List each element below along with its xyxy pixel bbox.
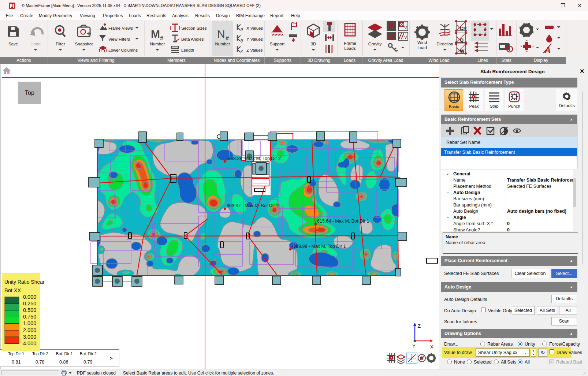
svg-text:V: V <box>404 26 407 30</box>
svg-text:Frame: Frame <box>344 41 356 45</box>
svg-text:W: W <box>460 48 465 54</box>
svg-text:CP: CP <box>460 26 466 31</box>
svg-text:X: X <box>430 344 433 350</box>
svg-text:3.000: 3.000 <box>23 334 36 340</box>
svg-text:i: i <box>509 47 510 52</box>
svg-text:Load: Load <box>417 45 427 50</box>
svg-text:0.250: 0.250 <box>23 301 36 306</box>
svg-text:Length: Length <box>181 48 194 52</box>
svg-text:4.000: 4.000 <box>23 340 36 346</box>
svg-text:Direction: Direction <box>436 42 453 46</box>
svg-text:Beta Angles: Beta Angles <box>181 37 204 41</box>
svg-text:M: M <box>151 28 160 40</box>
svg-text:615.64 - Max M, Bot Dir 1: 615.64 - Max M, Bot Dir 1 <box>317 219 369 224</box>
svg-text:-388.38 - Max M, Top Dir 2: -388.38 - Max M, Top Dir 2 <box>227 156 281 161</box>
svg-text:X Values: X Values <box>246 26 263 30</box>
svg-text:0.000: 0.000 <box>23 294 36 300</box>
svg-text:603.37 - Max M, Bot Dir 2: 603.37 - Max M, Bot Dir 2 <box>227 203 279 208</box>
svg-text:Wind: Wind <box>417 40 427 45</box>
svg-text:Snapshot: Snapshot <box>75 42 93 46</box>
svg-text:Save: Save <box>8 42 18 46</box>
svg-text:Support: Support <box>270 42 285 46</box>
svg-text:Q: Q <box>460 37 464 43</box>
svg-text:0.750: 0.750 <box>23 314 36 320</box>
svg-text:3D: 3D <box>311 42 316 46</box>
svg-text:#: # <box>160 35 163 41</box>
svg-text:Loads: Loads <box>344 46 356 51</box>
svg-text:z: z <box>241 48 243 53</box>
svg-text:N: N <box>217 28 225 40</box>
svg-text:y: y <box>241 37 243 42</box>
svg-text:Z Values: Z Values <box>246 48 263 52</box>
svg-text:#: # <box>226 35 229 41</box>
svg-text:x: x <box>241 26 243 31</box>
svg-text:A: A <box>544 45 551 55</box>
svg-text:V: V <box>404 35 407 40</box>
svg-text:View Filters: View Filters <box>108 37 130 41</box>
svg-text:Lower Columns: Lower Columns <box>108 48 138 52</box>
svg-text:Gravity: Gravity <box>368 42 382 46</box>
svg-text:2.000: 2.000 <box>23 327 36 333</box>
svg-text:Section Sizes: Section Sizes <box>181 26 207 30</box>
svg-text:Filter: Filter <box>56 42 65 46</box>
svg-text:Undo: Undo <box>30 42 41 46</box>
svg-text:Z: Z <box>418 323 421 329</box>
svg-text:1.000: 1.000 <box>23 320 36 326</box>
svg-text:0.500: 0.500 <box>23 307 36 313</box>
svg-text:Y Values: Y Values <box>246 37 263 41</box>
svg-text:Y: Y <box>412 343 416 349</box>
svg-text:Frame Views: Frame Views <box>108 26 133 30</box>
svg-text:Number: Number <box>215 42 230 46</box>
svg-text:Top: Top <box>25 90 34 96</box>
svg-text:Number: Number <box>150 42 165 46</box>
svg-text:-388.98 - Max M, Top Dir 1: -388.98 - Max M, Top Dir 1 <box>292 244 346 249</box>
